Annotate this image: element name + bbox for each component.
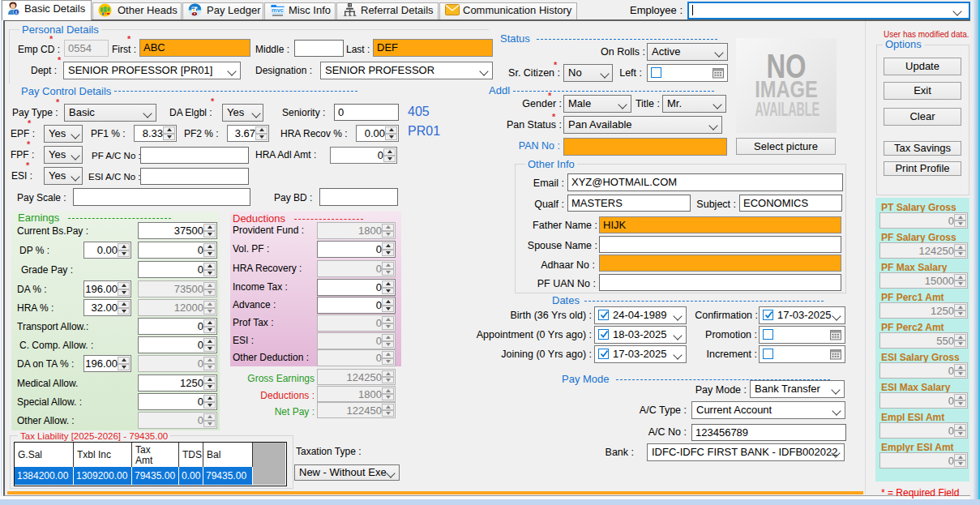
svg-text:i: i xyxy=(15,9,17,15)
svg-text:mvc: mvc xyxy=(272,6,284,14)
